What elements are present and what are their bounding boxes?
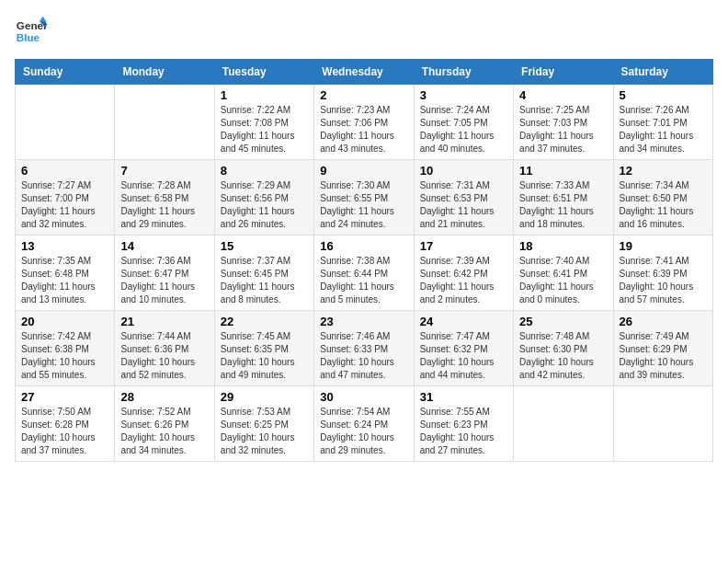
day-number: 24 — [420, 315, 507, 328]
day-number: 27 — [21, 390, 108, 404]
calendar-cell: 27 Sunrise: 7:50 AMSunset: 6:28 PMDaylig… — [16, 386, 115, 462]
day-info: Sunrise: 7:36 AMSunset: 6:47 PMDaylight:… — [120, 255, 208, 306]
day-number: 31 — [420, 390, 507, 404]
day-info: Sunrise: 7:34 AMSunset: 6:50 PMDaylight:… — [620, 179, 707, 231]
day-info: Sunrise: 7:52 AMSunset: 6:26 PMDaylight:… — [120, 406, 208, 457]
day-info: Sunrise: 7:22 AMSunset: 7:08 PMDaylight:… — [221, 104, 308, 155]
calendar-cell: 17 Sunrise: 7:39 AMSunset: 6:42 PMDaylig… — [414, 236, 513, 311]
calendar-cell: 7 Sunrise: 7:28 AMSunset: 6:58 PMDayligh… — [115, 160, 214, 236]
day-header-tuesday: Tuesday — [214, 60, 313, 85]
calendar-cell: 26 Sunrise: 7:49 AMSunset: 6:29 PMDaylig… — [613, 311, 712, 386]
logo-icon: General Blue — [15, 15, 48, 48]
day-header-friday: Friday — [514, 60, 613, 85]
calendar-cell: 12 Sunrise: 7:34 AMSunset: 6:50 PMDaylig… — [613, 160, 712, 236]
day-info: Sunrise: 7:39 AMSunset: 6:42 PMDaylight:… — [420, 255, 507, 306]
day-header-saturday: Saturday — [613, 60, 712, 85]
day-number: 19 — [620, 239, 707, 253]
calendar-cell: 19 Sunrise: 7:41 AMSunset: 6:39 PMDaylig… — [613, 236, 712, 311]
day-info: Sunrise: 7:54 AMSunset: 6:24 PMDaylight:… — [320, 406, 407, 457]
day-number: 22 — [221, 315, 308, 328]
calendar-week-2: 6 Sunrise: 7:27 AMSunset: 7:00 PMDayligh… — [16, 160, 713, 236]
day-info: Sunrise: 7:33 AMSunset: 6:51 PMDaylight:… — [519, 179, 607, 231]
day-info: Sunrise: 7:30 AMSunset: 6:55 PMDaylight:… — [320, 179, 407, 231]
day-info: Sunrise: 7:40 AMSunset: 6:41 PMDaylight:… — [519, 255, 607, 306]
day-number: 18 — [519, 239, 607, 253]
calendar-cell: 1 Sunrise: 7:22 AMSunset: 7:08 PMDayligh… — [214, 85, 313, 160]
day-number: 12 — [620, 164, 707, 178]
calendar-cell: 2 Sunrise: 7:23 AMSunset: 7:06 PMDayligh… — [314, 85, 414, 160]
day-number: 1 — [221, 88, 308, 102]
day-number: 6 — [21, 164, 108, 178]
calendar-cell: 28 Sunrise: 7:52 AMSunset: 6:26 PMDaylig… — [115, 386, 214, 462]
day-number: 28 — [120, 390, 208, 404]
day-info: Sunrise: 7:50 AMSunset: 6:28 PMDaylight:… — [21, 406, 108, 457]
day-info: Sunrise: 7:42 AMSunset: 6:38 PMDaylight:… — [21, 330, 108, 382]
calendar-cell — [16, 85, 115, 160]
calendar-cell: 22 Sunrise: 7:45 AMSunset: 6:35 PMDaylig… — [214, 311, 313, 386]
calendar-cell: 13 Sunrise: 7:35 AMSunset: 6:48 PMDaylig… — [16, 236, 115, 311]
svg-text:Blue: Blue — [17, 31, 40, 43]
calendar-week-5: 27 Sunrise: 7:50 AMSunset: 6:28 PMDaylig… — [16, 386, 713, 462]
page-header: General Blue — [15, 15, 713, 48]
day-number: 3 — [420, 88, 507, 102]
calendar-cell: 10 Sunrise: 7:31 AMSunset: 6:53 PMDaylig… — [414, 160, 513, 236]
day-number: 9 — [320, 164, 407, 178]
day-info: Sunrise: 7:28 AMSunset: 6:58 PMDaylight:… — [120, 179, 208, 231]
calendar-cell: 30 Sunrise: 7:54 AMSunset: 6:24 PMDaylig… — [314, 386, 414, 462]
day-info: Sunrise: 7:48 AMSunset: 6:30 PMDaylight:… — [519, 330, 607, 382]
day-header-wednesday: Wednesday — [314, 60, 414, 85]
day-number: 7 — [120, 164, 208, 178]
day-info: Sunrise: 7:27 AMSunset: 7:00 PMDaylight:… — [21, 179, 108, 231]
day-info: Sunrise: 7:55 AMSunset: 6:23 PMDaylight:… — [420, 406, 507, 457]
calendar-cell: 25 Sunrise: 7:48 AMSunset: 6:30 PMDaylig… — [514, 311, 613, 386]
calendar-week-4: 20 Sunrise: 7:42 AMSunset: 6:38 PMDaylig… — [16, 311, 713, 386]
day-number: 13 — [21, 239, 108, 253]
day-info: Sunrise: 7:31 AMSunset: 6:53 PMDaylight:… — [420, 179, 507, 231]
day-info: Sunrise: 7:45 AMSunset: 6:35 PMDaylight:… — [221, 330, 308, 382]
calendar-week-3: 13 Sunrise: 7:35 AMSunset: 6:48 PMDaylig… — [16, 236, 713, 311]
day-info: Sunrise: 7:44 AMSunset: 6:36 PMDaylight:… — [120, 330, 208, 382]
day-number: 10 — [420, 164, 507, 178]
calendar-cell: 3 Sunrise: 7:24 AMSunset: 7:05 PMDayligh… — [414, 85, 513, 160]
logo: General Blue — [15, 15, 48, 48]
day-number: 29 — [221, 390, 308, 404]
calendar-cell: 4 Sunrise: 7:25 AMSunset: 7:03 PMDayligh… — [514, 85, 613, 160]
days-header-row: SundayMondayTuesdayWednesdayThursdayFrid… — [16, 60, 713, 85]
day-info: Sunrise: 7:53 AMSunset: 6:25 PMDaylight:… — [221, 406, 308, 457]
day-info: Sunrise: 7:24 AMSunset: 7:05 PMDaylight:… — [420, 104, 507, 155]
day-number: 20 — [21, 315, 108, 328]
calendar-cell: 24 Sunrise: 7:47 AMSunset: 6:32 PMDaylig… — [414, 311, 513, 386]
day-number: 11 — [519, 164, 607, 178]
calendar-cell: 18 Sunrise: 7:40 AMSunset: 6:41 PMDaylig… — [514, 236, 613, 311]
calendar-cell: 16 Sunrise: 7:38 AMSunset: 6:44 PMDaylig… — [314, 236, 414, 311]
day-info: Sunrise: 7:37 AMSunset: 6:45 PMDaylight:… — [221, 255, 308, 306]
calendar-cell: 11 Sunrise: 7:33 AMSunset: 6:51 PMDaylig… — [514, 160, 613, 236]
calendar-table: SundayMondayTuesdayWednesdayThursdayFrid… — [15, 59, 713, 462]
day-info: Sunrise: 7:38 AMSunset: 6:44 PMDaylight:… — [320, 255, 407, 306]
calendar-cell — [115, 85, 214, 160]
day-info: Sunrise: 7:35 AMSunset: 6:48 PMDaylight:… — [21, 255, 108, 306]
calendar-cell: 23 Sunrise: 7:46 AMSunset: 6:33 PMDaylig… — [314, 311, 414, 386]
day-number: 2 — [320, 88, 407, 102]
day-number: 23 — [320, 315, 407, 328]
calendar-cell: 31 Sunrise: 7:55 AMSunset: 6:23 PMDaylig… — [414, 386, 513, 462]
day-header-monday: Monday — [115, 60, 214, 85]
calendar-cell: 20 Sunrise: 7:42 AMSunset: 6:38 PMDaylig… — [16, 311, 115, 386]
day-info: Sunrise: 7:41 AMSunset: 6:39 PMDaylight:… — [620, 255, 707, 306]
day-number: 5 — [620, 88, 707, 102]
day-number: 26 — [620, 315, 707, 328]
calendar-cell: 29 Sunrise: 7:53 AMSunset: 6:25 PMDaylig… — [214, 386, 313, 462]
day-info: Sunrise: 7:46 AMSunset: 6:33 PMDaylight:… — [320, 330, 407, 382]
calendar-cell: 21 Sunrise: 7:44 AMSunset: 6:36 PMDaylig… — [115, 311, 214, 386]
calendar-cell: 8 Sunrise: 7:29 AMSunset: 6:56 PMDayligh… — [214, 160, 313, 236]
day-info: Sunrise: 7:47 AMSunset: 6:32 PMDaylight:… — [420, 330, 507, 382]
day-number: 17 — [420, 239, 507, 253]
day-number: 14 — [120, 239, 208, 253]
day-number: 30 — [320, 390, 407, 404]
calendar-cell: 14 Sunrise: 7:36 AMSunset: 6:47 PMDaylig… — [115, 236, 214, 311]
calendar-cell: 9 Sunrise: 7:30 AMSunset: 6:55 PMDayligh… — [314, 160, 414, 236]
day-header-thursday: Thursday — [414, 60, 513, 85]
day-number: 15 — [221, 239, 308, 253]
day-info: Sunrise: 7:25 AMSunset: 7:03 PMDaylight:… — [519, 104, 607, 155]
day-number: 16 — [320, 239, 407, 253]
